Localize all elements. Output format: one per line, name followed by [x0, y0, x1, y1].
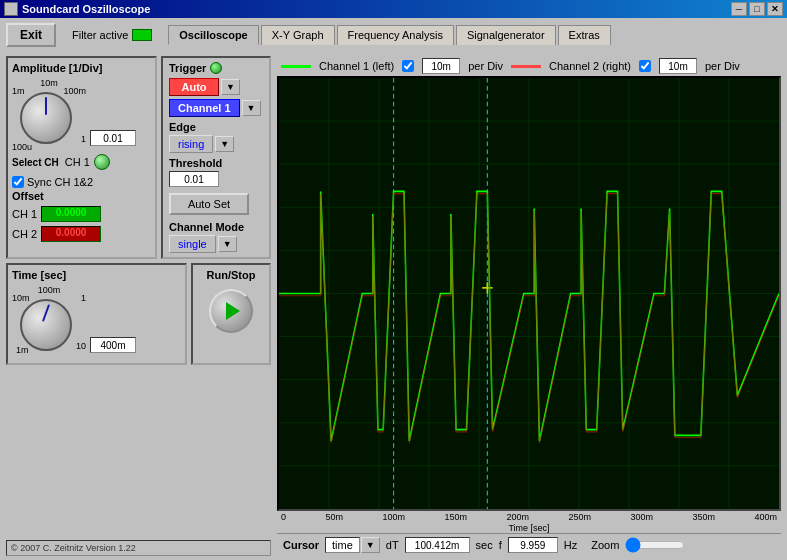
exit-button[interactable]: Exit	[6, 23, 56, 47]
amplitude-trigger-row: Amplitude [1/Div] 10m 100m 1m 1 100u	[6, 56, 271, 259]
time-scale-1m: 1m	[16, 345, 29, 355]
channel-mode-label: Channel Mode	[169, 221, 263, 233]
time-100m: 100m	[382, 512, 405, 522]
trigger-channel-row: Channel 1 ▼	[169, 99, 263, 117]
filter-active-label: Filter active	[72, 29, 128, 41]
play-button-wrapper	[197, 285, 265, 333]
time-200m: 200m	[506, 512, 529, 522]
time-400m: 400m	[754, 512, 777, 522]
ch2-offset-input[interactable]: 0.0000	[41, 226, 101, 242]
amp-scale-100m: 100m	[63, 86, 86, 96]
top-bar: Exit Filter active Oscilloscope X-Y Grap…	[0, 18, 787, 52]
trigger-title: Trigger	[169, 62, 263, 74]
dt-label: dT	[386, 539, 399, 551]
time-knob-container: 100m 1 10m 10 1m	[12, 285, 86, 359]
cursor-label: Cursor	[283, 539, 319, 551]
edge-arrow[interactable]: ▼	[215, 136, 234, 152]
threshold-input[interactable]	[169, 171, 219, 187]
amplitude-panel: Amplitude [1/Div] 10m 100m 1m 1 100u	[6, 56, 157, 259]
threshold-label: Threshold	[169, 157, 263, 169]
ch1-color-line	[281, 65, 311, 68]
minimize-button[interactable]: ─	[731, 2, 747, 16]
knob-indicator	[45, 97, 47, 115]
cursor-type-arrow[interactable]: ▼	[361, 537, 380, 553]
f-value-input[interactable]	[508, 537, 558, 553]
tab-frequency-analysis[interactable]: Frequency Analysis	[337, 25, 454, 45]
time-spinner-area	[90, 337, 136, 353]
run-stop-button[interactable]	[209, 289, 253, 333]
ch2-per-div-input[interactable]	[659, 58, 697, 74]
close-button[interactable]: ✕	[767, 2, 783, 16]
trigger-led	[210, 62, 222, 74]
ch1-offset-input[interactable]: 0.0000	[41, 206, 101, 222]
time-title: Time [sec]	[12, 269, 181, 281]
filter-led	[132, 29, 152, 41]
trigger-mode-button[interactable]: Auto	[169, 78, 219, 96]
trigger-channel-button[interactable]: Channel 1	[169, 99, 240, 117]
tab-xy-graph[interactable]: X-Y Graph	[261, 25, 335, 45]
time-0: 0	[281, 512, 286, 522]
zoom-label: Zoom	[591, 539, 619, 551]
cursor-type-dropdown: time ▼	[325, 537, 380, 553]
time-axis: 0 50m 100m 150m 200m 250m 300m 350m 400m	[277, 511, 781, 523]
time-300m: 300m	[630, 512, 653, 522]
time-knob-indicator	[42, 304, 50, 322]
time-knob-area: 100m 1 10m 10 1m	[12, 285, 181, 359]
time-panel: Time [sec] 100m 1 10m 10 1m	[6, 263, 187, 365]
trigger-channel-arrow[interactable]: ▼	[242, 100, 261, 116]
right-panel: Channel 1 (left) per Div Channel 2 (righ…	[277, 56, 781, 556]
ch1-offset-label: CH 1	[12, 208, 37, 220]
title-bar: Soundcard Oszilloscope ─ □ ✕	[0, 0, 787, 18]
sync-checkbox-row: Sync CH 1&2	[12, 176, 151, 188]
amplitude-title: Amplitude [1/Div]	[12, 62, 151, 74]
cursor-bar: Cursor time ▼ dT sec f Hz Zoom	[277, 533, 781, 556]
tab-signalgenerator[interactable]: Signalgenerator	[456, 25, 556, 45]
tab-extras[interactable]: Extras	[558, 25, 611, 45]
time-spinner[interactable]	[90, 337, 136, 353]
maximize-button[interactable]: □	[749, 2, 765, 16]
ch2-bar-label: Channel 2 (right)	[549, 60, 631, 72]
time-150m: 150m	[444, 512, 467, 522]
time-scale-100m: 100m	[38, 285, 61, 295]
amplitude-knob-container: 10m 100m 1m 1 100u	[12, 78, 86, 152]
ch1-per-div-input[interactable]	[422, 58, 460, 74]
runstop-panel: Run/Stop	[191, 263, 271, 365]
channel-mode-row: single ▼	[169, 235, 263, 253]
ch1-per-div-unit: per Div	[468, 60, 503, 72]
app-title: Soundcard Oszilloscope	[22, 3, 150, 15]
offset-label: Offset	[12, 190, 151, 202]
dt-value-input[interactable]	[405, 537, 470, 553]
auto-set-button[interactable]: Auto Set	[169, 193, 249, 215]
channel-mode-arrow[interactable]: ▼	[218, 236, 237, 252]
zoom-slider[interactable]	[625, 537, 685, 553]
edge-row: rising ▼	[169, 135, 263, 153]
ch1-bar-label: Channel 1 (left)	[319, 60, 394, 72]
f-unit: Hz	[564, 539, 577, 551]
trigger-panel: Trigger Auto ▼ Channel 1 ▼ Edge rising	[161, 56, 271, 259]
time-knob[interactable]	[20, 299, 72, 351]
amp-scale-10m: 10m	[40, 78, 58, 88]
copyright-area: © 2007 C. Zeitnitz Version 1.22	[6, 540, 271, 556]
ch1-offset-row: CH 1 0.0000	[12, 206, 151, 222]
left-panel: Amplitude [1/Div] 10m 100m 1m 1 100u	[6, 56, 271, 556]
app-icon	[4, 2, 18, 16]
time-scale-10m: 10m	[12, 293, 30, 303]
ch1-visible-checkbox[interactable]	[402, 60, 414, 72]
cursor-type-button[interactable]: time	[325, 537, 360, 553]
amplitude-spinner-area	[90, 130, 136, 146]
ch2-offset-row: CH 2 0.0000	[12, 226, 151, 242]
channel-mode-button[interactable]: single	[169, 235, 216, 253]
edge-button[interactable]: rising	[169, 135, 213, 153]
tabs: Oscilloscope X-Y Graph Frequency Analysi…	[162, 25, 619, 45]
runstop-title: Run/Stop	[197, 269, 265, 281]
tab-oscilloscope[interactable]: Oscilloscope	[168, 25, 258, 45]
amplitude-spinner[interactable]	[90, 130, 136, 146]
trigger-mode-arrow[interactable]: ▼	[221, 79, 240, 95]
amplitude-knob[interactable]	[20, 92, 72, 144]
time-runstop-row: Time [sec] 100m 1 10m 10 1m	[6, 263, 271, 365]
sync-label: Sync CH 1&2	[27, 176, 93, 188]
time-scale-1: 1	[81, 293, 86, 303]
ch2-visible-checkbox[interactable]	[639, 60, 651, 72]
amp-scale-100u: 100u	[12, 142, 32, 152]
sync-checkbox[interactable]	[12, 176, 24, 188]
